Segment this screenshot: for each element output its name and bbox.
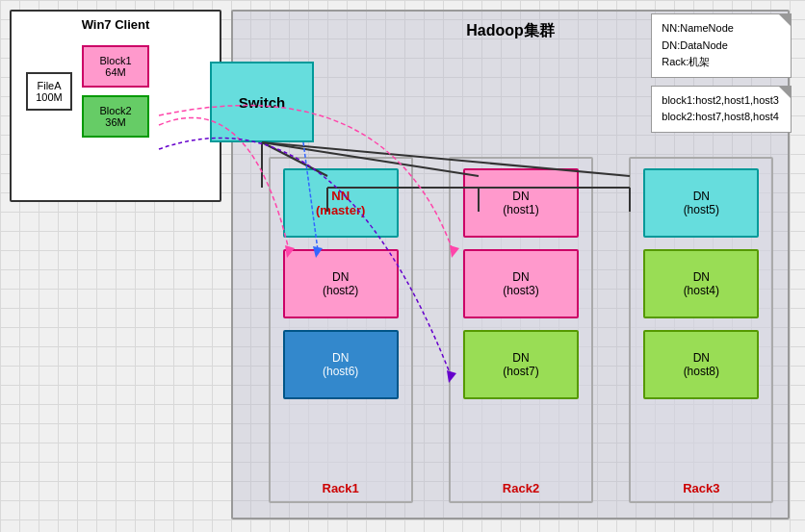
legend-block1: block1:host2,host1,host3 (662, 92, 779, 110)
dn-host1-label: DN(host1) (503, 190, 538, 216)
rack3-label: Rack3 (631, 481, 771, 495)
win7-title: Win7 Client (12, 12, 220, 36)
filea-box: FileA 100M (26, 72, 72, 111)
legend-rack: Rack:机架 (662, 54, 779, 71)
block2-size: 36M (105, 116, 125, 128)
dn-host7-label: DN(host7) (503, 351, 538, 378)
dn-host3-node: DN(host3) (463, 249, 579, 318)
dn-host5-node: DN(host5) (643, 168, 759, 238)
dn-host2-node: DN(host2) (283, 249, 399, 318)
filea-size: 100M (36, 91, 63, 103)
dn-host6-label: DN(host6) (323, 351, 358, 378)
legend-block2: block2:host7,host8,host4 (662, 109, 779, 126)
dn-host8-node: DN(host8) (643, 330, 759, 399)
block1-label: Block1 (99, 55, 131, 66)
rack2-label: Rack2 (451, 481, 591, 495)
win7-client-box: Win7 Client FileA 100M Block1 64M Block2… (10, 10, 221, 202)
dn-host5-label: DN(host5) (684, 190, 719, 216)
dn-host1-node: DN(host1) (463, 168, 579, 238)
legend-box-1: NN:NameNode DN:DataNode Rack:机架 (651, 13, 792, 78)
dn-host7-node: DN(host7) (463, 330, 579, 399)
dn-host4-node: DN(host4) (643, 249, 759, 318)
rack1-label: Rack1 (271, 481, 411, 495)
win7-content: FileA 100M Block1 64M Block2 36M (12, 36, 220, 147)
dn-host8-label: DN(host8) (684, 351, 719, 378)
dn-host3-label: DN(host3) (503, 270, 538, 297)
switch-box: Switch (210, 62, 314, 142)
rack2-box: DN(host1) DN(host3) DN(host7) Rack2 (449, 157, 593, 503)
block2-label: Block2 (99, 105, 131, 116)
block1-size: 64M (105, 66, 125, 78)
block2-box: Block2 36M (82, 95, 149, 138)
dn-host6-node: DN(host6) (283, 330, 399, 399)
rack3-box: DN(host5) DN(host4) DN(host8) Rack3 (629, 157, 773, 503)
dn-host2-label: DN(host2) (323, 270, 358, 297)
filea-label: FileA (37, 80, 61, 91)
legend-area: NN:NameNode DN:DataNode Rack:机架 block1:h… (651, 13, 792, 133)
legend-dn: DN:DataNode (662, 38, 779, 55)
rack1-box: NN(master) DN(host2) DN(host6) Rack1 (269, 157, 413, 503)
switch-label: Switch (239, 94, 285, 111)
dn-host4-label: DN(host4) (684, 270, 719, 297)
legend-box-2: block1:host2,host1,host3 block2:host7,ho… (651, 86, 792, 133)
nn-master-label: NN(master) (316, 189, 365, 217)
nn-master-node: NN(master) (283, 168, 399, 238)
legend-nn: NN:NameNode (662, 20, 779, 38)
blocks-column: Block1 64M Block2 36M (82, 45, 149, 138)
block1-box: Block1 64M (82, 45, 149, 88)
